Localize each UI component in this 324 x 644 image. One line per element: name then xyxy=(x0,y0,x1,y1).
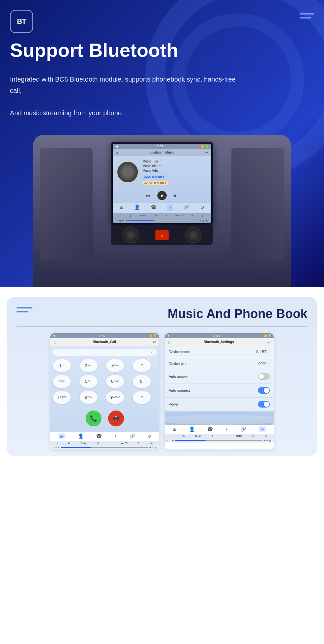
seekbar-fill xyxy=(126,220,154,221)
dial-key-0[interactable]: 0- xyxy=(133,375,151,388)
hamburger-menu[interactable] xyxy=(300,10,314,18)
dialer-input[interactable]: ✕ xyxy=(53,349,157,356)
settings-nav-back[interactable]: ↩ xyxy=(267,340,270,344)
dial-key-2[interactable]: 2ABC xyxy=(80,359,98,372)
settings-climate-sync: ⟳ xyxy=(252,435,254,438)
play-button[interactable]: ▶ xyxy=(157,191,167,200)
nav-menu-icon[interactable]: ⊞ xyxy=(120,204,124,211)
auto-answer-toggle[interactable] xyxy=(258,373,270,380)
settings-nav-settings-active[interactable]: ⊙ xyxy=(259,426,266,432)
settings-nav-music[interactable]: ♪ xyxy=(225,426,228,432)
settings-row-power: Power xyxy=(165,398,274,411)
settings-row-device-name[interactable]: Device name CarBT › xyxy=(165,346,274,358)
climate-fan: ❄ xyxy=(155,214,157,217)
settings-climate-dual: DUAL xyxy=(195,435,201,438)
call-nav-music[interactable]: ♪ xyxy=(114,433,117,439)
device-name-chevron: › xyxy=(268,349,270,354)
settings-nav-menu[interactable]: ⊞ xyxy=(173,426,177,432)
call-seek-fill xyxy=(61,447,91,448)
phone-screens: ◀ 17:53 📶 🔋 ⌂ Bluetooth_Call ↩ ✕ 1— 2ABC… xyxy=(17,333,307,449)
left-knob[interactable] xyxy=(122,227,139,243)
climate-dual: DUAL xyxy=(140,214,147,217)
call-nav-menu-active[interactable]: ⊞ xyxy=(58,433,65,439)
hero-header: BT xyxy=(10,10,314,33)
screen-home-icon: ⌂ xyxy=(116,151,118,154)
dial-key-6[interactable]: 6MNO xyxy=(106,375,124,388)
device-name-label: Device name xyxy=(169,350,190,354)
settings-nav-contact[interactable]: 👤 xyxy=(189,426,195,432)
hazard-button[interactable]: ▲ xyxy=(155,230,169,240)
dial-key-4[interactable]: 4GHI xyxy=(53,375,71,388)
nav-link-icon[interactable]: 🔗 xyxy=(184,204,189,211)
dial-key-7[interactable]: 7PQRS xyxy=(53,391,71,404)
call-nav: ⌂ Bluetooth_Call ↩ xyxy=(50,338,159,346)
dial-key-star[interactable]: * xyxy=(133,359,151,372)
hero-section: BT Support Bluetooth Integrated with BC6… xyxy=(0,0,324,287)
power-toggle[interactable] xyxy=(258,401,270,408)
screen-nav: ⌂ Bluetooth_Music ↩ xyxy=(113,149,211,156)
call-nav-contact[interactable]: 👤 xyxy=(78,433,84,439)
dial-key-5[interactable]: 5JKL xyxy=(80,375,98,388)
end-call-button[interactable]: 📵 xyxy=(108,411,124,426)
screen-app-title: Bluetooth_Music xyxy=(149,151,174,154)
screen-bezel: ◀ 17:53 📶 🔋 ⌂ Bluetooth_Music ↩ xyxy=(111,142,213,225)
call-buttons: 📞 📵 xyxy=(53,408,157,429)
call-nav-phone[interactable]: ☎ xyxy=(96,433,102,439)
settings-nav-link[interactable]: 🔗 xyxy=(240,426,246,432)
settings-back-arrow: ◀ xyxy=(167,334,169,337)
power-label: Power xyxy=(169,402,179,406)
settings-seek-zero-l: 0 xyxy=(170,439,171,442)
screen-statusbar: ◀ 17:53 📶 🔋 xyxy=(113,144,211,149)
screen-time: 17:53 xyxy=(155,145,163,148)
settings-climate: ⌂ ⏻ DUAL ❄ ~ AUTO ⟳ 🔊 xyxy=(165,434,274,439)
auto-connect-toggle[interactable] xyxy=(258,387,270,394)
call-back-arrow: ◀ xyxy=(53,334,55,337)
call-nav-settings[interactable]: ⊙ xyxy=(147,433,151,439)
device-name-value: CarBT › xyxy=(256,349,270,354)
settings-nav: ⌂ Bluetooth_Settings ↩ xyxy=(165,338,274,346)
settings-seek-vol: 🔈 xyxy=(269,439,272,442)
settings-nav-home[interactable]: ⌂ xyxy=(168,340,170,344)
card-menu-line-2 xyxy=(17,311,28,312)
settings-climate-power: ⏻ xyxy=(182,435,185,438)
call-nav-home[interactable]: ⌂ xyxy=(54,340,56,344)
call-nav-back[interactable]: ↩ xyxy=(153,340,156,344)
settings-nav-phone[interactable]: ☎ xyxy=(207,426,213,432)
call-climate-fan: ❄ xyxy=(97,442,99,445)
dialer-clear-button[interactable]: ✕ xyxy=(150,350,153,354)
card-section: Music And Phone Book ◀ 17:53 📶 🔋 ⌂ Bluet… xyxy=(7,297,317,456)
call-seek-arrow: ↵ xyxy=(58,446,60,449)
settings-wave xyxy=(165,411,274,425)
right-knob[interactable] xyxy=(185,227,202,243)
call-nav-link[interactable]: 🔗 xyxy=(129,433,135,439)
music-album: Music Album xyxy=(142,164,208,168)
nav-music-icon-active[interactable]: ♪ xyxy=(167,204,173,211)
card-title: Music And Phone Book xyxy=(168,307,307,321)
answer-call-button[interactable]: 📞 xyxy=(86,411,101,426)
nav-contact-icon[interactable]: 👤 xyxy=(134,204,140,211)
call-signal: 📶 🔋 xyxy=(149,334,157,337)
settings-row-device-pin[interactable]: Device pin 0000 › xyxy=(165,358,274,370)
settings-seek-fill xyxy=(175,440,206,441)
dial-key-9[interactable]: 9WXYZ xyxy=(106,391,124,404)
bt-logo-text: BT xyxy=(17,17,26,26)
music-artist: Music Artist xyxy=(142,168,208,173)
dial-key-8[interactable]: 8TUV xyxy=(80,391,98,404)
main-screen: ◀ 17:53 📶 🔋 ⌂ Bluetooth_Music ↩ xyxy=(113,144,211,223)
call-statusbar: ◀ 17:53 📶 🔋 xyxy=(50,333,159,338)
screen-back-arrow: ↩ xyxy=(205,151,208,154)
settings-nav-title: Bluetooth_Settings xyxy=(170,340,267,344)
nav-settings-icon[interactable]: ⊙ xyxy=(200,204,204,211)
call-nav-title: Bluetooth_Call xyxy=(56,340,153,344)
next-button[interactable]: ⏭ xyxy=(173,193,178,198)
nav-phone-icon[interactable]: ☎ xyxy=(151,204,156,211)
dial-key-hash[interactable]: # xyxy=(133,391,151,404)
call-seek-track xyxy=(61,447,148,448)
prev-button[interactable]: ⏮ xyxy=(146,193,151,198)
music-title: Music Title xyxy=(142,159,208,164)
dial-key-3[interactable]: 3DEF xyxy=(106,359,124,372)
climate-power: ⏻ xyxy=(129,214,132,217)
dialer-body: ✕ 1— 2ABC 3DEF * 4GHI 5JKL 6MNO 0- 7PQRS… xyxy=(50,346,159,432)
dial-key-1[interactable]: 1— xyxy=(53,359,71,372)
device-pin-chevron: › xyxy=(268,361,270,366)
